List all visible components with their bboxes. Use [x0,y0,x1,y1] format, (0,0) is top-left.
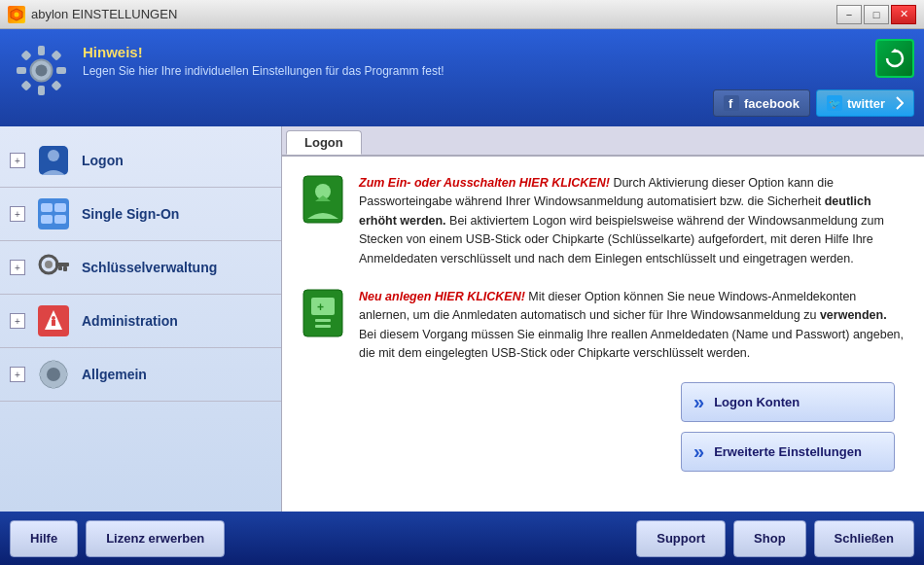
header-gear-icon [15,44,68,97]
section1-icon [302,174,344,225]
svg-rect-8 [20,50,31,60]
logon-label: Logon [82,153,124,168]
sidebar: + Logon + Single Sign-On + [0,126,282,512]
section-2: + Neu anlegen HIER KLICKEN! Mit dieser O… [302,288,905,364]
erweiterte-arrow-icon: » [693,441,704,463]
logon-konten-arrow-icon: » [693,391,704,413]
header-hinweis: Hinweis! [83,44,444,60]
sso-label: Single Sign-On [82,206,179,222]
section1-text: Zum Ein- oder Ausschalten HIER KLICKEN! … [359,174,905,268]
lizenz-button[interactable]: Lizenz erwerben [86,520,225,557]
window-controls: − □ ✕ [836,5,916,24]
main-layout: + Logon + Single Sign-On + [0,126,924,512]
sidebar-item-schluessel[interactable]: + Schlüsselverwaltung [0,241,281,295]
svg-point-18 [48,150,59,161]
twitter-button[interactable]: 🐦 twitter [816,89,914,117]
title-bar: abylon EINSTELLUNGEN − □ ✕ [0,0,924,29]
svg-point-31 [52,316,55,320]
content-tabs: Logon [282,126,924,157]
close-button[interactable]: ✕ [891,5,916,24]
minimize-button[interactable]: − [836,5,862,24]
facebook-button[interactable]: f facebook [713,89,810,117]
header-subtitle: Legen Sie hier Ihre individuellen Einste… [83,64,444,78]
app-icon [8,6,25,23]
twitter-label: twitter [847,96,885,111]
svg-rect-42 [315,319,331,322]
svg-rect-28 [58,266,62,270]
expand-arrow-logon[interactable]: + [10,153,25,168]
svg-rect-26 [55,263,69,266]
svg-text:+: + [317,300,324,314]
svg-point-33 [47,368,60,381]
facebook-label: facebook [744,96,800,111]
svg-rect-5 [38,86,45,95]
svg-rect-10 [20,80,31,90]
logon-konten-button[interactable]: » Logon Konten [681,382,895,422]
sidebar-item-sso[interactable]: + Single Sign-On [0,188,281,241]
expand-arrow-admin[interactable]: + [10,313,25,329]
svg-rect-11 [51,80,61,90]
shop-button[interactable]: Shop [733,520,806,557]
footer: Hilfe Lizenz erwerben Support Shop Schli… [0,512,924,565]
action-buttons: » Logon Konten » Erweiterte Einstellunge… [302,382,905,472]
svg-point-25 [45,261,53,268]
sidebar-item-admin[interactable]: + Administration [0,295,281,348]
svg-rect-30 [52,320,55,326]
svg-rect-6 [17,67,26,74]
svg-rect-4 [38,46,45,55]
sidebar-item-allgemein[interactable]: + Allgemein [0,348,281,402]
svg-rect-21 [41,215,53,224]
svg-text:🐦: 🐦 [829,97,841,110]
svg-rect-19 [38,198,69,230]
content-area: Logon Zum Ein- oder Ausschalten HIER KLI… [282,126,924,512]
svg-rect-35 [52,382,55,389]
support-button[interactable]: Support [636,520,726,557]
content-body: Zum Ein- oder Ausschalten HIER KLICKEN! … [282,157,924,512]
expand-arrow-schluessel[interactable]: + [10,260,25,275]
section2-text: Neu anlegen HIER KLICKEN! Mit dieser Opt… [359,288,905,364]
erweiterte-button[interactable]: » Erweiterte Einstellungen [681,432,895,472]
schluessel-label: Schlüsselverwaltung [82,260,217,275]
key-icon [35,249,72,286]
section2-icon: + [302,288,344,338]
section2-text2: Bei diesem Vorgang müssen Sie einmalig I… [359,328,904,360]
sso-icon [35,195,72,232]
erweiterte-label: Erweiterte Einstellungen [714,444,862,459]
admin-label: Administration [82,313,178,329]
svg-rect-23 [54,215,66,224]
svg-rect-37 [61,372,68,376]
allgemein-label: Allgemein [82,367,147,382]
hilfe-button[interactable]: Hilfe [10,520,78,557]
svg-rect-36 [39,372,46,376]
section2-bold1: verwenden. [820,308,887,322]
admin-icon [35,302,72,339]
section-1: Zum Ein- oder Ausschalten HIER KLICKEN! … [302,174,905,268]
refresh-button[interactable] [875,39,914,78]
section2-highlight: Neu anlegen HIER KLICKEN! [359,290,525,303]
schliessen-button[interactable]: Schließen [814,520,914,557]
expand-arrow-sso[interactable]: + [10,206,25,222]
logon-konten-label: Logon Konten [714,395,800,409]
sidebar-item-logon[interactable]: + Logon [0,134,281,188]
header-text: Hinweis! Legen Sie hier Ihre individuell… [83,39,444,78]
svg-point-3 [36,65,48,77]
svg-rect-22 [54,203,66,212]
window-title: abylon EINSTELLUNGEN [31,7,177,21]
svg-rect-43 [315,325,331,328]
svg-text:f: f [729,96,733,111]
settings-icon [35,356,72,393]
header: Hinweis! Legen Sie hier Ihre individuell… [0,29,924,126]
svg-rect-9 [51,50,61,60]
tab-logon[interactable]: Logon [286,130,362,155]
svg-rect-20 [41,203,53,212]
maximize-button[interactable]: □ [864,5,889,24]
svg-rect-34 [52,360,55,367]
svg-rect-7 [56,67,66,74]
social-buttons: f facebook 🐦 twitter [713,89,914,117]
title-bar-left: abylon EINSTELLUNGEN [8,6,177,23]
expand-arrow-allgemein[interactable]: + [10,367,25,382]
svg-point-1 [15,12,19,17]
section1-highlight: Zum Ein- oder Ausschalten HIER KLICKEN! [359,176,610,190]
svg-rect-27 [63,266,67,271]
logon-icon [35,142,72,179]
